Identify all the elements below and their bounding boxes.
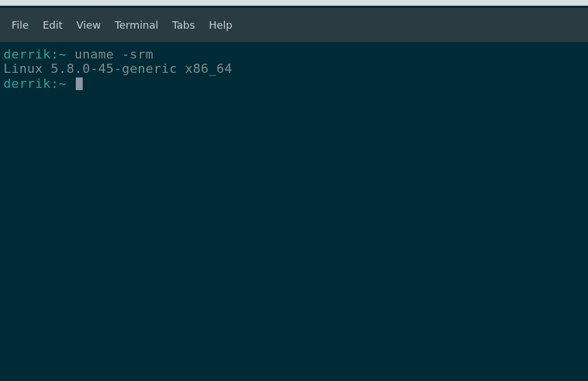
terminal-viewport[interactable]: derrik:~ uname -srm Linux 5.8.0-45-gener… (0, 42, 588, 95)
command-text: uname -srm (75, 47, 153, 61)
window-titlebar (0, 0, 588, 6)
terminal-cursor (76, 77, 83, 90)
menu-edit[interactable]: Edit (36, 15, 69, 34)
terminal-line: Linux 5.8.0-45-generic x86_64 (3, 61, 585, 76)
menu-tabs[interactable]: Tabs (165, 15, 202, 34)
terminal-line: derrik:~ (3, 76, 585, 91)
shell-prompt: derrik:~ (3, 76, 75, 91)
command-output: Linux 5.8.0-45-generic x86_64 (3, 61, 233, 76)
menu-file[interactable]: File (5, 15, 36, 34)
terminal-line: derrik:~ uname -srm (3, 47, 585, 61)
menu-help[interactable]: Help (202, 15, 239, 34)
menubar: File Edit View Terminal Tabs Help (0, 8, 588, 42)
menu-view[interactable]: View (69, 15, 108, 34)
shell-prompt: derrik:~ (3, 47, 75, 61)
menu-terminal[interactable]: Terminal (108, 15, 165, 34)
